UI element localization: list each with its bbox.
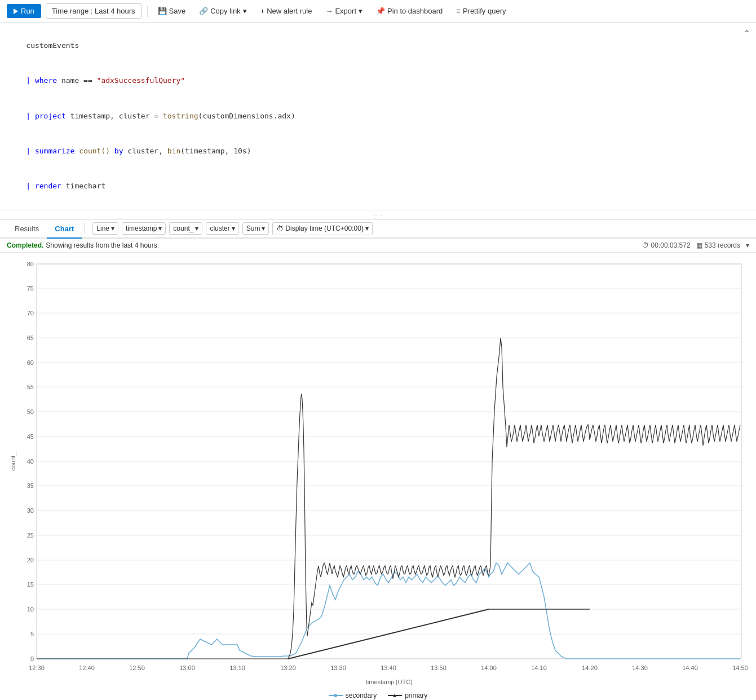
- svg-text:55: 55: [27, 384, 34, 390]
- svg-text:13:40: 13:40: [381, 664, 396, 671]
- pin-label: Pin to dashboard: [387, 7, 443, 15]
- export-button[interactable]: → Export ▾: [321, 4, 367, 18]
- prettify-label: Prettify query: [463, 7, 506, 15]
- records-count: 533 records: [705, 241, 740, 249]
- svg-text:13:30: 13:30: [330, 664, 346, 671]
- chart-container: 0 5 10 15 20 25 30 35 40 45 50 55 60 65 …: [0, 253, 756, 700]
- status-left: Completed. Showing results from the last…: [7, 241, 159, 249]
- pin-button[interactable]: 📌 Pin to dashboard: [372, 4, 447, 18]
- chevron-down-icon-8: ▾: [365, 224, 369, 232]
- export-icon: →: [325, 7, 333, 15]
- count-select[interactable]: count_ ▾: [169, 222, 202, 235]
- svg-text:14:00: 14:00: [481, 664, 497, 671]
- tab-chart[interactable]: Chart: [47, 220, 82, 239]
- primary-legend-label: primary: [405, 692, 427, 699]
- svg-text:60: 60: [27, 359, 34, 366]
- status-message: Showing results from the last 4 hours.: [46, 241, 159, 249]
- results-tabs: Results Chart Line ▾ timestamp ▾ count_ …: [0, 220, 756, 239]
- svg-text:13:50: 13:50: [431, 664, 446, 671]
- chart-controls: Line ▾ timestamp ▾ count_ ▾ cluster ▾ Su…: [92, 222, 372, 235]
- line-type-select[interactable]: Line ▾: [92, 222, 118, 235]
- chevron-down-icon-4: ▾: [158, 224, 162, 232]
- collapse-editor-button[interactable]: ⌃: [743, 28, 750, 39]
- run-label: Run: [21, 7, 34, 15]
- svg-text:10: 10: [27, 606, 34, 613]
- time-range-button[interactable]: Time range : Last 4 hours: [46, 3, 142, 19]
- timestamp-select[interactable]: timestamp ▾: [122, 222, 166, 235]
- x-axis-labels: 12:30 12:40 12:50 13:00 13:10 13:20 13:3…: [29, 664, 748, 671]
- copy-link-label: Copy link: [210, 7, 240, 15]
- chevron-down-icon-7: ▾: [262, 224, 265, 232]
- svg-text:12:30: 12:30: [29, 664, 45, 671]
- save-button[interactable]: 💾 Save: [153, 4, 191, 18]
- svg-text:12:40: 12:40: [79, 664, 95, 671]
- svg-text:13:10: 13:10: [229, 664, 245, 671]
- time-chart[interactable]: 0 5 10 15 20 25 30 35 40 45 50 55 60 65 …: [8, 258, 748, 687]
- divider[interactable]: · · ·: [0, 210, 756, 220]
- copy-link-button[interactable]: 🔗 Copy link ▾: [194, 4, 251, 18]
- y-axis-labels: 0 5 10 15 20 25 30 35 40 45 50 55 60 65 …: [27, 261, 34, 662]
- svg-text:14:10: 14:10: [531, 664, 547, 671]
- svg-text:80: 80: [27, 261, 34, 267]
- expand-icon[interactable]: ▾: [746, 241, 749, 249]
- svg-text:45: 45: [27, 433, 34, 440]
- save-label: Save: [169, 7, 186, 15]
- svg-text:70: 70: [27, 310, 34, 316]
- status-right: ⏱ 00:00:03.572 ▦ 533 records ▾: [642, 241, 749, 249]
- cluster-select[interactable]: cluster ▾: [206, 222, 238, 235]
- svg-text:14:50: 14:50: [732, 664, 748, 671]
- svg-text:12:50: 12:50: [129, 664, 145, 671]
- svg-text:13:00: 13:00: [179, 664, 195, 671]
- table-icon: ▦: [696, 241, 702, 249]
- alert-icon: +: [260, 7, 265, 15]
- svg-text:30: 30: [27, 507, 34, 514]
- svg-text:50: 50: [27, 408, 34, 415]
- legend-item-secondary: secondary: [329, 692, 377, 699]
- x-axis-title: timestamp [UTC]: [366, 679, 413, 685]
- new-alert-button[interactable]: + New alert rule: [256, 4, 317, 18]
- query-line-2: | where name == "adxSuccessfulQuery": [8, 63, 748, 98]
- chevron-down-icon-3: ▾: [111, 224, 114, 232]
- toolbar: Run Time range : Last 4 hours 💾 Save 🔗 C…: [0, 0, 756, 23]
- legend-item-primary: primary: [388, 692, 427, 699]
- duration-display: ⏱ 00:00:03.572: [642, 241, 690, 249]
- pin-icon: 📌: [376, 7, 385, 15]
- secondary-legend-label: secondary: [346, 692, 377, 699]
- chevron-down-icon-5: ▾: [195, 224, 198, 232]
- display-time-select[interactable]: ⏱ Display time (UTC+00:00) ▾: [272, 222, 372, 235]
- chevron-down-icon-2: ▾: [359, 7, 362, 15]
- chevron-down-icon: ▾: [243, 7, 247, 15]
- primary-legend-icon: [388, 692, 402, 699]
- play-icon: [14, 8, 18, 14]
- svg-text:0: 0: [30, 655, 34, 662]
- chart-legend: secondary primary: [8, 692, 748, 699]
- query-line-3: | project timestamp, cluster = tostring(…: [8, 99, 748, 134]
- time-range-label: Time range : Last 4 hours: [52, 7, 135, 15]
- secondary-legend-icon: [329, 692, 343, 699]
- y-axis-title: count_: [10, 452, 16, 471]
- query-line-4: | summarize count() by cluster, bin(time…: [8, 134, 748, 169]
- svg-text:15: 15: [27, 581, 34, 588]
- new-alert-label: New alert rule: [267, 7, 312, 15]
- svg-text:65: 65: [27, 334, 34, 341]
- svg-text:14:30: 14:30: [632, 664, 648, 671]
- query-editor[interactable]: customEvents | where name == "adxSuccess…: [0, 23, 756, 210]
- run-button[interactable]: Run: [7, 4, 41, 18]
- tab-results[interactable]: Results: [7, 220, 47, 239]
- records-badge: ▦ 533 records: [696, 241, 740, 249]
- sum-select[interactable]: Sum ▾: [242, 222, 269, 235]
- svg-text:40: 40: [27, 458, 34, 465]
- svg-text:35: 35: [27, 482, 34, 489]
- export-label: Export: [335, 7, 356, 15]
- save-icon: 💾: [158, 7, 167, 15]
- status-bar: Completed. Showing results from the last…: [0, 239, 756, 253]
- completed-label: Completed.: [7, 241, 43, 249]
- svg-text:14:20: 14:20: [582, 664, 598, 671]
- prettify-button[interactable]: ≡ Prettify query: [452, 4, 510, 18]
- query-line-5: | render timechart: [8, 169, 748, 204]
- svg-point-52: [334, 694, 337, 697]
- svg-text:25: 25: [27, 532, 34, 539]
- tab-separator: [84, 223, 85, 234]
- query-line-1: customEvents: [8, 28, 748, 63]
- chevron-down-icon-6: ▾: [232, 224, 235, 232]
